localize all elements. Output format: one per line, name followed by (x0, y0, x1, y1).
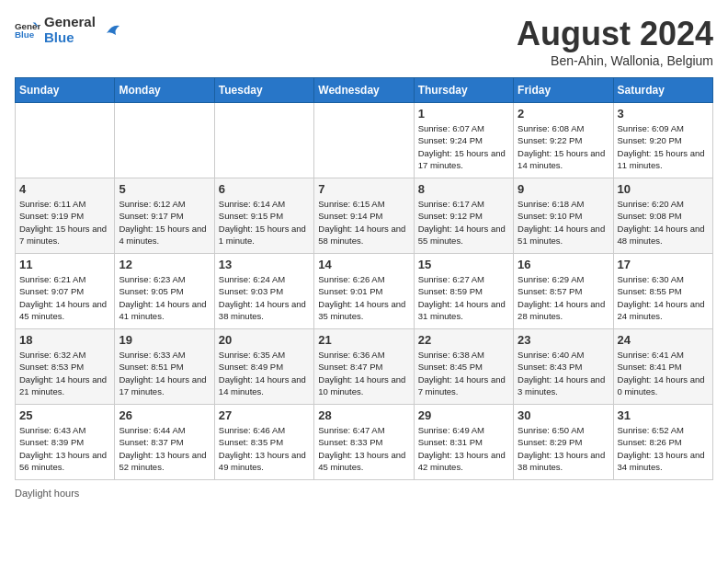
day-number: 14 (318, 258, 409, 271)
day-number: 17 (618, 258, 709, 271)
day-number: 5 (119, 182, 210, 196)
logo-blue: Blue (44, 30, 96, 46)
calendar-cell (314, 103, 414, 178)
day-number: 25 (19, 408, 110, 422)
calendar-cell (115, 103, 214, 178)
day-of-week-header: Saturday (613, 78, 712, 103)
calendar-cell: 13Sunrise: 6:24 AM Sunset: 9:03 PM Dayli… (214, 254, 313, 329)
logo-general: General (44, 15, 96, 30)
calendar-cell: 24Sunrise: 6:41 AM Sunset: 8:41 PM Dayli… (613, 329, 712, 405)
logo-bird-icon (99, 20, 119, 40)
calendar-week-row: 1Sunrise: 6:07 AM Sunset: 9:24 PM Daylig… (16, 103, 713, 178)
day-info: Sunrise: 6:52 AM Sunset: 8:26 PM Dayligh… (618, 424, 709, 473)
calendar-cell (16, 103, 115, 178)
day-info: Sunrise: 6:08 AM Sunset: 9:22 PM Dayligh… (518, 122, 609, 171)
day-of-week-header: Thursday (414, 78, 513, 103)
day-info: Sunrise: 6:29 AM Sunset: 8:57 PM Dayligh… (518, 273, 609, 322)
day-number: 28 (318, 408, 409, 422)
day-number: 12 (119, 258, 210, 271)
calendar-cell: 18Sunrise: 6:32 AM Sunset: 8:53 PM Dayli… (16, 329, 115, 405)
calendar-cell: 20Sunrise: 6:35 AM Sunset: 8:49 PM Dayli… (214, 329, 313, 405)
days-header-row: SundayMondayTuesdayWednesdayThursdayFrid… (16, 78, 713, 103)
calendar-week-row: 11Sunrise: 6:21 AM Sunset: 9:07 PM Dayli… (16, 254, 713, 329)
svg-text:Blue: Blue (15, 29, 35, 40)
day-number: 27 (219, 408, 310, 422)
logo-icon: General Blue (15, 17, 40, 43)
page-header: General Blue General Blue August 2024 Be… (15, 15, 713, 68)
day-info: Sunrise: 6:50 AM Sunset: 8:29 PM Dayligh… (518, 424, 609, 473)
day-info: Sunrise: 6:12 AM Sunset: 9:17 PM Dayligh… (119, 198, 210, 247)
calendar-cell: 8Sunrise: 6:17 AM Sunset: 9:12 PM Daylig… (414, 178, 513, 254)
calendar-cell: 28Sunrise: 6:47 AM Sunset: 8:33 PM Dayli… (314, 405, 414, 480)
day-number: 30 (518, 408, 609, 422)
day-info: Sunrise: 6:47 AM Sunset: 8:33 PM Dayligh… (318, 424, 409, 473)
day-number: 22 (418, 333, 509, 347)
day-number: 16 (518, 258, 609, 271)
calendar-cell: 19Sunrise: 6:33 AM Sunset: 8:51 PM Dayli… (115, 329, 214, 405)
calendar-cell: 23Sunrise: 6:40 AM Sunset: 8:43 PM Dayli… (514, 329, 613, 405)
calendar-cell: 1Sunrise: 6:07 AM Sunset: 9:24 PM Daylig… (414, 103, 513, 178)
day-info: Sunrise: 6:20 AM Sunset: 9:08 PM Dayligh… (618, 198, 709, 247)
title-block: August 2024 Ben-Ahin, Wallonia, Belgium (517, 15, 713, 68)
calendar-cell: 12Sunrise: 6:23 AM Sunset: 9:05 PM Dayli… (115, 254, 214, 329)
calendar-cell: 2Sunrise: 6:08 AM Sunset: 9:22 PM Daylig… (514, 103, 613, 178)
day-info: Sunrise: 6:38 AM Sunset: 8:45 PM Dayligh… (418, 349, 509, 397)
day-info: Sunrise: 6:41 AM Sunset: 8:41 PM Dayligh… (618, 349, 709, 397)
calendar-cell: 14Sunrise: 6:26 AM Sunset: 9:01 PM Dayli… (314, 254, 414, 329)
location-subtitle: Ben-Ahin, Wallonia, Belgium (517, 53, 713, 68)
calendar-week-row: 18Sunrise: 6:32 AM Sunset: 8:53 PM Dayli… (16, 329, 713, 405)
day-info: Sunrise: 6:15 AM Sunset: 9:14 PM Dayligh… (318, 198, 409, 247)
day-number: 23 (518, 333, 609, 347)
day-number: 8 (418, 182, 509, 196)
day-info: Sunrise: 6:09 AM Sunset: 9:20 PM Dayligh… (618, 122, 709, 171)
day-info: Sunrise: 6:36 AM Sunset: 8:47 PM Dayligh… (318, 349, 409, 397)
day-info: Sunrise: 6:17 AM Sunset: 9:12 PM Dayligh… (418, 198, 509, 247)
day-number: 24 (618, 333, 709, 347)
calendar-week-row: 4Sunrise: 6:11 AM Sunset: 9:19 PM Daylig… (16, 178, 713, 254)
day-info: Sunrise: 6:07 AM Sunset: 9:24 PM Dayligh… (418, 122, 509, 171)
day-number: 11 (19, 258, 110, 271)
footer: Daylight hours (15, 488, 713, 499)
calendar-week-row: 25Sunrise: 6:43 AM Sunset: 8:39 PM Dayli… (16, 405, 713, 480)
day-info: Sunrise: 6:26 AM Sunset: 9:01 PM Dayligh… (318, 273, 409, 322)
day-of-week-header: Wednesday (314, 78, 414, 103)
calendar-table: SundayMondayTuesdayWednesdayThursdayFrid… (15, 77, 713, 480)
day-info: Sunrise: 6:18 AM Sunset: 9:10 PM Dayligh… (518, 198, 609, 247)
day-info: Sunrise: 6:30 AM Sunset: 8:55 PM Dayligh… (618, 273, 709, 322)
day-number: 21 (318, 333, 409, 347)
day-of-week-header: Monday (115, 78, 214, 103)
calendar-cell: 11Sunrise: 6:21 AM Sunset: 9:07 PM Dayli… (16, 254, 115, 329)
day-number: 13 (219, 258, 310, 271)
calendar-cell: 9Sunrise: 6:18 AM Sunset: 9:10 PM Daylig… (514, 178, 613, 254)
day-info: Sunrise: 6:46 AM Sunset: 8:35 PM Dayligh… (219, 424, 310, 473)
day-info: Sunrise: 6:21 AM Sunset: 9:07 PM Dayligh… (19, 273, 110, 322)
day-info: Sunrise: 6:27 AM Sunset: 8:59 PM Dayligh… (418, 273, 509, 322)
calendar-cell: 25Sunrise: 6:43 AM Sunset: 8:39 PM Dayli… (16, 405, 115, 480)
calendar-cell: 30Sunrise: 6:50 AM Sunset: 8:29 PM Dayli… (514, 405, 613, 480)
calendar-cell: 27Sunrise: 6:46 AM Sunset: 8:35 PM Dayli… (214, 405, 313, 480)
day-info: Sunrise: 6:43 AM Sunset: 8:39 PM Dayligh… (19, 424, 110, 473)
calendar-cell: 10Sunrise: 6:20 AM Sunset: 9:08 PM Dayli… (613, 178, 712, 254)
day-number: 9 (518, 182, 609, 196)
day-info: Sunrise: 6:32 AM Sunset: 8:53 PM Dayligh… (19, 349, 110, 397)
calendar-cell: 17Sunrise: 6:30 AM Sunset: 8:55 PM Dayli… (613, 254, 712, 329)
calendar-cell: 7Sunrise: 6:15 AM Sunset: 9:14 PM Daylig… (314, 178, 414, 254)
calendar-cell: 22Sunrise: 6:38 AM Sunset: 8:45 PM Dayli… (414, 329, 513, 405)
day-info: Sunrise: 6:23 AM Sunset: 9:05 PM Dayligh… (119, 273, 210, 322)
day-info: Sunrise: 6:24 AM Sunset: 9:03 PM Dayligh… (219, 273, 310, 322)
day-number: 29 (418, 408, 509, 422)
day-number: 19 (119, 333, 210, 347)
day-info: Sunrise: 6:33 AM Sunset: 8:51 PM Dayligh… (119, 349, 210, 397)
calendar-cell: 3Sunrise: 6:09 AM Sunset: 9:20 PM Daylig… (613, 103, 712, 178)
calendar-cell: 26Sunrise: 6:44 AM Sunset: 8:37 PM Dayli… (115, 405, 214, 480)
day-number: 20 (219, 333, 310, 347)
day-number: 18 (19, 333, 110, 347)
calendar-cell: 4Sunrise: 6:11 AM Sunset: 9:19 PM Daylig… (16, 178, 115, 254)
calendar-cell: 21Sunrise: 6:36 AM Sunset: 8:47 PM Dayli… (314, 329, 414, 405)
day-of-week-header: Friday (514, 78, 613, 103)
calendar-cell: 5Sunrise: 6:12 AM Sunset: 9:17 PM Daylig… (115, 178, 214, 254)
day-number: 10 (618, 182, 709, 196)
day-number: 31 (618, 408, 709, 422)
day-number: 6 (219, 182, 310, 196)
calendar-cell: 16Sunrise: 6:29 AM Sunset: 8:57 PM Dayli… (514, 254, 613, 329)
